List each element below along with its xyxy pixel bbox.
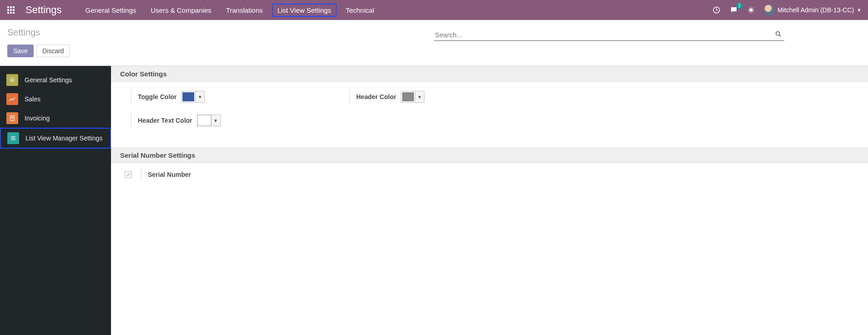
svg-point-10: [749, 8, 753, 12]
buttons-row: Save Discard: [0, 45, 868, 65]
sidebar-item-label: General Settings: [25, 76, 72, 84]
sidebar-item-label: Sales: [25, 95, 40, 103]
field-header-color: Header Color ▼: [338, 89, 557, 105]
svg-point-13: [11, 79, 13, 81]
svg-line-12: [779, 35, 781, 36]
top-navbar: Settings General Settings Users & Compan…: [0, 0, 868, 20]
search-view: [434, 29, 784, 41]
svg-point-11: [776, 31, 780, 35]
systray: 2 Mitchell Admin (DB-13-CC) ▼: [712, 5, 864, 15]
sidebar-item-label: Invoicing: [25, 115, 50, 122]
field-header-text-color: Header Text Color ▼: [120, 113, 338, 128]
section-header-color: Color Settings: [111, 66, 868, 82]
search-icon[interactable]: [772, 30, 784, 40]
serial-number-label: Serial Number: [148, 171, 191, 178]
sidebar-item-general-settings[interactable]: General Settings: [0, 70, 111, 90]
section-body-color: Toggle Color ▼ Header Color ▼ Header Tex…: [111, 82, 868, 147]
control-bar: Settings: [0, 20, 868, 45]
svg-rect-1: [10, 6, 12, 8]
discard-button[interactable]: Discard: [36, 45, 70, 57]
svg-rect-3: [7, 9, 9, 11]
debug-icon[interactable]: [747, 5, 756, 15]
header-text-color-picker[interactable]: ▼: [197, 115, 221, 126]
settings-main: Color Settings Toggle Color ▼ Header Col…: [111, 66, 868, 335]
toggle-color-picker[interactable]: ▼: [181, 91, 205, 103]
activities-icon[interactable]: [712, 5, 721, 15]
chevron-down-icon[interactable]: ▼: [211, 115, 220, 126]
chevron-down-icon[interactable]: ▼: [195, 91, 204, 102]
header-color-picker[interactable]: ▼: [401, 91, 424, 103]
document-icon: [6, 112, 18, 124]
svg-rect-6: [7, 12, 9, 14]
app-brand[interactable]: Settings: [25, 4, 62, 16]
gear-icon: [6, 74, 18, 86]
header-text-color-swatch: [197, 115, 211, 126]
menu-technical[interactable]: Technical: [340, 4, 380, 17]
chart-icon: [6, 93, 18, 105]
svg-rect-7: [10, 12, 12, 14]
breadcrumb: Settings: [7, 27, 434, 38]
toggle-color-label: Toggle Color: [138, 93, 177, 100]
avatar: [764, 5, 775, 15]
sidebar-item-invoicing[interactable]: Invoicing: [0, 109, 111, 128]
svg-rect-8: [13, 12, 15, 14]
toggle-color-swatch: [182, 91, 195, 102]
sidebar-item-sales[interactable]: Sales: [0, 90, 111, 109]
menu-general-settings[interactable]: General Settings: [80, 4, 142, 17]
top-menu: General Settings Users & Companies Trans…: [80, 4, 380, 17]
field-serial-number: ✓ Serial Number: [111, 163, 868, 186]
field-toggle-color: Toggle Color ▼: [120, 89, 338, 105]
svg-rect-2: [13, 6, 15, 8]
menu-translations[interactable]: Translations: [221, 4, 268, 17]
sidebar-item-label: List View Manager Settings: [25, 135, 102, 142]
search-input[interactable]: [434, 29, 772, 40]
list-icon: [7, 132, 19, 144]
section-header-serial: Serial Number Settings: [111, 147, 868, 163]
user-label: Mitchell Admin (DB-13-CC): [777, 6, 854, 14]
svg-rect-0: [7, 6, 9, 8]
caret-down-icon: ▼: [857, 7, 862, 13]
header-color-label: Header Color: [356, 93, 396, 100]
svg-rect-4: [10, 9, 12, 11]
user-menu[interactable]: Mitchell Admin (DB-13-CC) ▼: [764, 5, 862, 15]
apps-icon[interactable]: [5, 4, 17, 16]
save-button[interactable]: Save: [7, 45, 34, 57]
menu-list-view-settings[interactable]: List View Settings: [272, 4, 337, 17]
lower-region: General Settings Sales Invoicing List Vi…: [0, 65, 868, 335]
header-color-swatch: [401, 91, 415, 102]
header-text-color-label: Header Text Color: [138, 117, 192, 124]
menu-users-companies[interactable]: Users & Companies: [145, 4, 217, 17]
messaging-icon[interactable]: 2: [729, 5, 738, 15]
svg-rect-5: [13, 9, 15, 11]
serial-number-checkbox[interactable]: ✓: [125, 171, 132, 178]
settings-sidebar: General Settings Sales Invoicing List Vi…: [0, 66, 111, 335]
chevron-down-icon[interactable]: ▼: [415, 91, 424, 102]
messaging-badge: 2: [737, 3, 743, 9]
sidebar-item-list-view-manager[interactable]: List View Manager Settings: [0, 128, 111, 149]
